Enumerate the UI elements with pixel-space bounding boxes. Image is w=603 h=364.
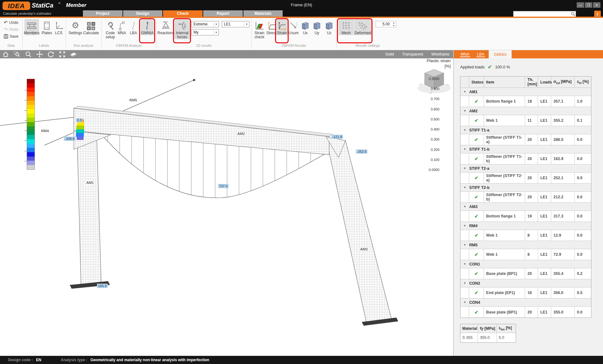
table-row[interactable]: ✔Web 18LE172.90.0	[460, 249, 591, 260]
uz-button[interactable]: Uz	[324, 19, 334, 35]
deformed-scale-spinner[interactable]: 5.00 ▲▼	[376, 21, 396, 27]
plates-button[interactable]: Plates	[41, 19, 53, 35]
lcs-button[interactable]: LCS	[54, 19, 63, 35]
table-row[interactable]: ✔Bottom flange 118LE1357.11.0	[460, 96, 591, 107]
material-row[interactable]: S 355 355.0 5.0	[460, 333, 516, 342]
table-group-row[interactable]: ▼CON4	[460, 298, 591, 307]
tab-design[interactable]: Design	[123, 10, 162, 17]
table-row[interactable]: ✔Base plate (BP1)20LE1355.40.2	[460, 268, 591, 279]
collapse-arrow-icon[interactable]: ▼	[460, 282, 469, 285]
zoom-window-icon[interactable]	[11, 51, 23, 58]
group-label-labels: Labels	[22, 44, 66, 47]
collapse-arrow-icon[interactable]: ▼	[460, 244, 469, 246]
collapse-arrow-icon[interactable]: ▼	[460, 224, 469, 227]
internal-forces-button[interactable]: Internal forces	[174, 19, 190, 39]
model-viewport[interactable]: MNA✔100.0 % MNA Plates✔0.7 < 5.0 % LBA2.…	[0, 58, 453, 356]
extreme-dropdown[interactable]: Extreme ▼	[191, 21, 219, 27]
undo-button[interactable]: ↶ Undo	[4, 20, 18, 25]
redo-button[interactable]: ↷ Redo	[4, 27, 18, 32]
maximize-button[interactable]: ❐	[585, 2, 592, 8]
deformed-button[interactable]: Deformed	[354, 19, 372, 35]
zoom-icon[interactable]	[23, 51, 34, 58]
tab-check[interactable]: Check	[163, 10, 203, 17]
tab-project[interactable]: Project	[83, 10, 122, 17]
view-mode-solid[interactable]: Solid	[385, 52, 394, 56]
item-cell: Base plate (BP1)	[484, 268, 525, 279]
table-group-row[interactable]: ▼AM2	[460, 107, 591, 115]
table-row[interactable]: ✔Bottom flange 119LE1317.30.0	[460, 211, 591, 222]
table-row[interactable]: ✔Stiffener (STIFF T1-a)20LE1286.50.0	[460, 134, 591, 145]
settings-button[interactable]: ⚙ Settings	[68, 19, 83, 35]
panel-tab-mna[interactable]: MNA	[460, 50, 470, 58]
strain-check-button[interactable]: Strain check	[253, 19, 266, 39]
table-group-row[interactable]: ▼STIFF T2-b	[460, 184, 591, 192]
gmnia-button[interactable]: GMNIA	[141, 19, 154, 35]
status-check-icon: ✔	[469, 211, 484, 222]
zoom-fit-icon[interactable]	[57, 51, 68, 58]
collapse-arrow-icon[interactable]: ▼	[460, 167, 469, 170]
save-button[interactable]: Save	[4, 34, 18, 39]
table-group-row[interactable]: ▼AM3	[460, 203, 591, 211]
component-dropdown[interactable]: My ▼	[191, 29, 219, 35]
table-row[interactable]: ✔Stiffener (STIFF T2-b)20LE1212.20.0	[460, 192, 591, 203]
info-button[interactable]: i	[594, 11, 601, 17]
table-group-row[interactable]: ▼STIFF T1-b	[460, 145, 591, 153]
table-row[interactable]: ✔End plate (EP1)16LE1356.00.5	[460, 287, 591, 298]
view-mode-transparent[interactable]: Transparent	[402, 52, 423, 56]
calculate-button[interactable]: + − × ÷ Calculate	[82, 19, 100, 35]
collapse-arrow-icon[interactable]: ▼	[460, 90, 469, 93]
tab-report[interactable]: Report	[203, 10, 243, 17]
spinner-down-icon[interactable]: ▼	[393, 24, 395, 27]
collapse-arrow-icon[interactable]: ▼	[460, 205, 469, 208]
table-group-row[interactable]: ▼CON1	[460, 260, 591, 268]
table-row[interactable]: ✔Base plate (BP1)20LE1355.00.0	[460, 307, 591, 318]
member-line-rm4[interactable]	[0, 117, 79, 126]
collapse-arrow-icon[interactable]: ▼	[460, 148, 469, 151]
view-mode-wireframe[interactable]: Wireframe	[431, 52, 449, 56]
calculate-icon: + − × ÷	[87, 19, 95, 30]
table-group-row[interactable]: ▼RM4	[460, 222, 591, 230]
strain-button[interactable]: Strain	[276, 19, 288, 35]
stress-button[interactable]: Stress	[266, 19, 277, 35]
minimize-button[interactable]: —	[577, 2, 584, 8]
mna-button[interactable]: MNA	[117, 19, 127, 35]
uy-button[interactable]: Uy	[312, 19, 322, 35]
search-icon[interactable]	[571, 12, 576, 17]
pan-icon[interactable]	[34, 51, 45, 58]
code-setup-button[interactable]: Code setup	[104, 19, 117, 39]
solid-slab-icon[interactable]	[68, 51, 79, 58]
ux-button[interactable]: Ux	[301, 19, 310, 35]
col-loads: Loads	[538, 77, 551, 88]
table-row[interactable]: ✔Stiffener (STIFF T1-b)20LE1162.90.0	[460, 153, 591, 164]
table-group-row[interactable]: ▼AM1	[460, 88, 591, 96]
table-group-row[interactable]: ▼RM5	[460, 241, 591, 249]
table-group-row[interactable]: ▼STIFF T1-a	[460, 126, 591, 134]
collapse-arrow-icon[interactable]: ▼	[460, 129, 469, 131]
reactions-button[interactable]: Reactions	[158, 19, 174, 35]
table-group-row[interactable]: ▼CON2	[460, 279, 591, 287]
tab-materials[interactable]: Materials	[243, 10, 283, 17]
panel-tab-gmnia[interactable]: GMNIA	[489, 50, 512, 58]
close-button[interactable]: ✕	[593, 2, 600, 8]
table-row[interactable]: ✔Web 111LE1355.20.1	[460, 115, 591, 126]
right-column-mesh[interactable]	[326, 138, 392, 324]
usum-button[interactable]: Usum	[288, 19, 300, 35]
collapse-arrow-icon[interactable]: ▼	[460, 110, 469, 112]
table-group-row[interactable]: ▼STIFF T2-a	[460, 164, 591, 173]
mesh-button[interactable]: Mesh	[339, 19, 354, 35]
collapse-arrow-icon[interactable]: ▼	[460, 263, 469, 265]
home-view-icon[interactable]	[0, 51, 11, 58]
svg-text:×: ×	[88, 27, 90, 30]
collapse-arrow-icon[interactable]: ▼	[460, 301, 469, 304]
members-button[interactable]: Members	[24, 19, 39, 35]
lba-button[interactable]: LBA	[128, 19, 139, 35]
panel-tab-lba[interactable]: LBA	[476, 50, 485, 58]
rotate-icon[interactable]	[45, 51, 57, 58]
table-row[interactable]: ✔Web 18LE112.90.0	[460, 230, 591, 241]
search-input[interactable]	[513, 12, 571, 16]
collapse-arrow-icon[interactable]: ▼	[460, 186, 469, 189]
loadcase-dropdown[interactable]: LE1 ▼	[222, 21, 249, 27]
table-row[interactable]: ✔Stiffener (STIFF T2-a)20LE1252.10.0	[460, 173, 591, 184]
spinner-up-icon[interactable]: ▲	[393, 21, 395, 24]
search-box[interactable]	[513, 11, 576, 17]
